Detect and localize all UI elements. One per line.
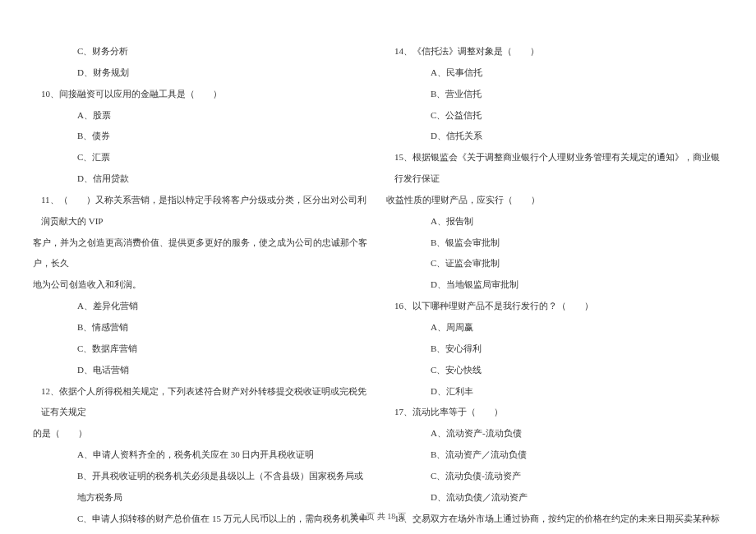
q10-option-d: D、信用贷款 [33,168,370,190]
q11-option-b: B、情感营销 [33,317,370,338]
page-footer: 第 2 页 共 18 页 [0,511,756,522]
q9-option-c: C、财务分析 [33,41,370,62]
q15-line2: 收益性质的理财产品，应实行（ ） [386,190,723,211]
q16-option-b: B、安心得利 [386,338,723,360]
q12-line2: 的是（ ） [33,423,370,444]
q11-line3: 地为公司创造收入和利润。 [33,274,370,296]
q14-option-b: B、营业信托 [386,84,723,105]
q16-option-c: C、安心快线 [386,360,723,381]
left-column: C、财务分析 D、财务规划 10、间接融资可以应用的金融工具是（ ） A、股票 … [33,41,370,534]
q12-option-a: A、申请人资料齐全的，税务机关应在 30 日内开具税收证明 [33,444,370,466]
q11-line1: 11、（ ）又称关系营销，是指以特定手段将客户分级或分类，区分出对公司利润贡献大… [33,190,370,232]
q10-text: 10、间接融资可以应用的金融工具是（ ） [33,84,370,105]
q14-option-c: C、公益信托 [386,105,723,127]
q16-text: 16、以下哪种理财产品不是我行发行的？（ ） [386,296,723,317]
q17-text: 17、流动比率等于（ ） [386,402,723,423]
q10-option-b: B、债券 [33,126,370,147]
q17-option-c: C、流动负债-流动资产 [386,466,723,487]
q17-option-d: D、流动负债／流动资产 [386,487,723,509]
q16-option-a: A、周周赢 [386,317,723,338]
q10-option-a: A、股票 [33,105,370,127]
right-column: 14、《信托法》调整对象是（ ） A、民事信托 B、营业信托 C、公益信托 D、… [386,41,723,534]
q17-option-b: B、流动资产／流动负债 [386,444,723,466]
q11-option-c: C、数据库营销 [33,338,370,360]
q17-option-a: A、流动资产-流动负债 [386,423,723,444]
q10-option-c: C、汇票 [33,147,370,168]
q12-option-b: B、开具税收证明的税务机关必须是县级以上（不含县级）国家税务局或地方税务局 [33,466,370,509]
q14-option-d: D、信托关系 [386,126,723,147]
q15-option-b: B、银监会审批制 [386,232,723,254]
q11-option-d: D、电话营销 [33,360,370,381]
q15-option-a: A、报告制 [386,211,723,232]
q16-option-d: D、汇利丰 [386,381,723,403]
page-content: C、财务分析 D、财务规划 10、间接融资可以应用的金融工具是（ ） A、股票 … [0,0,756,534]
q9-option-d: D、财务规划 [33,62,370,84]
q15-option-d: D、当地银监局审批制 [386,274,723,296]
q14-option-a: A、民事信托 [386,62,723,84]
q15-option-c: C、证监会审批制 [386,253,723,274]
q11-option-a: A、差异化营销 [33,296,370,317]
q15-line1: 15、根据银监会《关于调整商业银行个人理财业务管理有关规定的通知》，商业银行发行… [386,147,723,190]
q12-line1: 12、依据个人所得税相关规定，下列表述符合财产对外转移提交税收证明或完税凭证有关… [33,381,370,424]
q11-line2: 客户，并为之创造更高消费价值、提供更多更好的服务，使之成为公司的忠诚那个客户，长… [33,232,370,275]
q14-text: 14、《信托法》调整对象是（ ） [386,41,723,62]
